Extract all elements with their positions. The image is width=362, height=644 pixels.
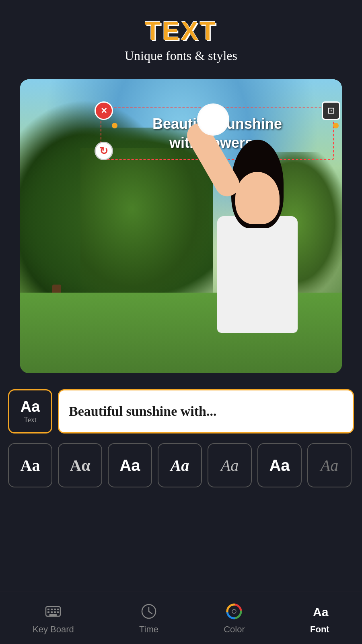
font-style-6[interactable]: Aa [257,443,302,487]
text-button-label: Aa [21,399,40,414]
nav-keyboard[interactable]: Key Board [25,598,82,639]
svg-rect-9 [49,614,57,616]
svg-rect-1 [47,609,49,610]
svg-rect-8 [57,611,59,613]
text-input-row: Aa Text Beautiful sunshine with... [8,389,354,433]
font-style-row: Aa Aα Aa Aa Aa Aa Aa [8,443,354,487]
text-input-field[interactable]: Beautiful sunshine with... [58,389,354,433]
svg-line-12 [149,611,152,614]
close-text-button[interactable] [95,101,113,120]
svg-rect-2 [51,609,53,610]
nav-time[interactable]: Time [131,598,167,639]
nav-color-label: Color [224,624,245,635]
svg-point-14 [232,609,236,613]
font-style-3[interactable]: Aa [108,443,152,487]
svg-rect-5 [47,611,49,613]
svg-text:Aa: Aa [313,605,329,619]
font-style-4[interactable]: Aa [158,443,202,487]
person-face [235,172,280,224]
color-wheel-icon [224,602,244,621]
resize-button[interactable] [322,101,340,120]
bottom-navigation: Key Board Time Color [0,592,362,644]
text-button-sublabel: Text [24,416,37,424]
clock-icon [139,602,158,621]
font-style-2[interactable]: Aα [58,443,102,487]
bottom-controls: Aa Text Beautiful sunshine with... Aa Aα… [8,389,354,500]
rotate-button[interactable] [95,142,113,160]
svg-rect-4 [57,609,59,610]
person-body [217,216,298,333]
nav-font-label: Font [310,624,329,635]
svg-rect-7 [54,611,56,613]
nav-time-label: Time [139,624,158,635]
font-style-1[interactable]: Aa [8,443,52,487]
header: TEXT Unique fonts & styles [117,0,245,71]
keyboard-icon [43,602,63,621]
font-style-7[interactable]: Aa [307,443,352,487]
font-icon: Aa [310,602,329,621]
flowers [197,103,229,136]
svg-rect-3 [54,609,56,610]
svg-rect-6 [51,611,53,613]
nav-font[interactable]: Aa Font [302,598,337,639]
font-style-5[interactable]: Aa [208,443,252,487]
image-canvas[interactable]: Beautiful sunshine with flowers... [20,79,342,373]
anchor-dot-right [333,123,339,128]
app-subtitle: Unique fonts & styles [125,48,237,63]
nav-color[interactable]: Color [216,598,253,639]
text-type-button[interactable]: Aa Text [8,389,52,433]
app-title: TEXT [125,16,237,46]
person-area [197,144,318,353]
nav-keyboard-label: Key Board [33,624,74,635]
anchor-dot-left [112,123,117,128]
